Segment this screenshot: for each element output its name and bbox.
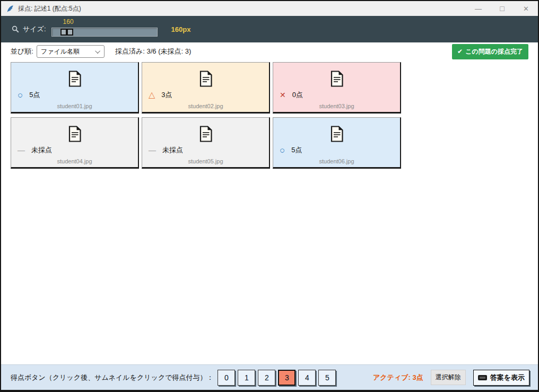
slider-track[interactable]: [51, 28, 158, 37]
document-icon: [199, 71, 213, 87]
filename-label: student01.jpg: [11, 103, 138, 109]
grade-mark-icon: —: [18, 146, 25, 154]
score-button-3[interactable]: 3: [278, 370, 295, 386]
score-label: 0点: [292, 90, 303, 100]
maximize-button[interactable]: □: [490, 1, 514, 16]
size-display: 160px: [171, 25, 191, 33]
filename-label: student06.jpg: [273, 158, 400, 164]
student-card[interactable]: ○ 5点 student01.jpg: [11, 62, 139, 114]
document-icon: [199, 126, 213, 142]
score-label: 未採点: [162, 145, 183, 155]
score-button-4[interactable]: 4: [298, 370, 316, 386]
grade-mark-icon: △: [149, 91, 155, 99]
score-button-0[interactable]: 0: [218, 370, 235, 386]
document-icon: [68, 126, 82, 142]
footer-right-group: アクティブ: 3点 選択解除 答案を表示: [373, 370, 529, 386]
complete-grading-label: この問題の採点完了: [465, 47, 523, 56]
student-card[interactable]: ✕ 0点 student03.jpg: [273, 62, 401, 114]
grade-mark-row: — 未採点: [18, 145, 52, 155]
grade-mark-icon: ○: [18, 91, 23, 100]
window-frame: 採点: 記述1 (配点:5点) — □ ✕ サイズ: 160 160px 並び順…: [0, 0, 539, 392]
complete-grading-button[interactable]: ✔ この問題の採点完了: [452, 44, 528, 59]
deselect-button[interactable]: 選択解除: [431, 370, 466, 385]
titlebar: 採点: 記述1 (配点:5点) — □ ✕: [1, 1, 538, 16]
grading-progress-text: 採点済み: 3/6 (未採点: 3): [115, 47, 191, 56]
student-card[interactable]: — 未採点 student04.jpg: [11, 117, 139, 169]
student-card[interactable]: — 未採点 student05.jpg: [142, 117, 270, 169]
show-answer-button[interactable]: 答案を表示: [473, 370, 529, 386]
show-answer-label: 答案を表示: [490, 373, 525, 382]
filename-label: student04.jpg: [11, 158, 138, 164]
sort-bar: 並び順: ファイル名順 採点済み: 3/6 (未採点: 3) ✔ この問題の採点…: [1, 42, 538, 60]
grade-mark-icon: ○: [280, 146, 285, 155]
student-card[interactable]: ○ 5点 student06.jpg: [273, 117, 401, 169]
score-button-5[interactable]: 5: [318, 370, 336, 386]
document-icon: [330, 126, 344, 142]
grade-mark-row: △ 3点: [149, 90, 172, 100]
cards-grid: ○ 5点 student01.jpg △ 3点 student02.jpg: [1, 60, 538, 364]
grade-mark-row: — 未採点: [149, 145, 183, 155]
window-title: 採点: 記述1 (配点:5点): [18, 4, 81, 13]
filename-label: student03.jpg: [273, 103, 400, 109]
magnifier-icon: [12, 25, 19, 33]
score-label: 3点: [161, 90, 172, 100]
student-card[interactable]: △ 3点 student02.jpg: [142, 62, 270, 114]
score-buttons-label: 得点ボタン（クリック後、サムネイルをクリックで得点付与）：: [11, 373, 213, 382]
sort-order-label: 並び順:: [11, 47, 33, 56]
grade-mark-icon: —: [149, 146, 156, 154]
size-toolbar: サイズ: 160 160px: [1, 16, 538, 42]
sort-order-value: ファイル名順: [41, 47, 80, 56]
check-icon: ✔: [457, 48, 463, 55]
size-label: サイズ:: [23, 24, 46, 34]
filename-label: student02.jpg: [142, 103, 269, 109]
display-icon: [478, 375, 487, 380]
filename-label: student05.jpg: [142, 158, 269, 164]
sort-order-select[interactable]: ファイル名順: [37, 45, 105, 58]
score-label: 5点: [29, 90, 40, 100]
score-buttons: 012345: [218, 370, 336, 386]
slider-handle[interactable]: [60, 29, 73, 36]
grade-mark-row: ○ 5点: [280, 145, 302, 155]
minimize-button[interactable]: —: [466, 1, 490, 16]
chevron-down-icon: [95, 48, 100, 54]
grade-mark-row: ○ 5点: [18, 90, 40, 100]
score-footer: 得点ボタン（クリック後、サムネイルをクリックで得点付与）： 012345 アクテ…: [1, 364, 538, 390]
score-label: 未採点: [31, 145, 52, 155]
score-button-2[interactable]: 2: [258, 370, 275, 386]
score-button-1[interactable]: 1: [238, 370, 255, 386]
slider-value-label: 160: [63, 18, 74, 25]
grade-mark-icon: ✕: [280, 91, 286, 99]
app-feather-icon: [6, 5, 14, 13]
active-score-label: アクティブ: 3点: [373, 373, 423, 382]
document-icon: [330, 71, 344, 87]
document-icon: [68, 71, 82, 87]
size-slider: 160: [51, 19, 158, 39]
window-controls: — □ ✕: [466, 1, 538, 16]
close-button[interactable]: ✕: [514, 1, 538, 16]
grade-mark-row: ✕ 0点: [280, 90, 303, 100]
score-label: 5点: [291, 145, 302, 155]
